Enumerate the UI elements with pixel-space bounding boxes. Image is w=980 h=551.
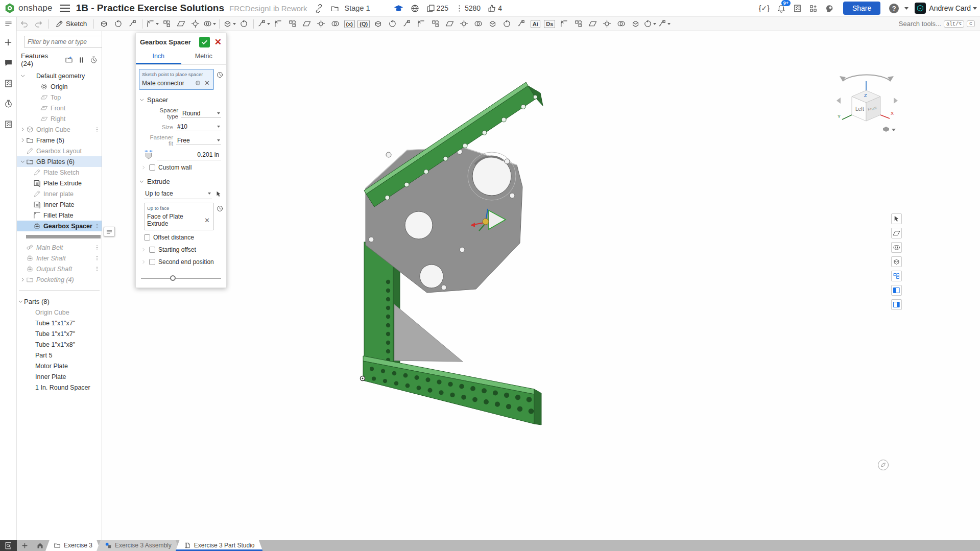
history-icon[interactable] bbox=[2, 98, 14, 110]
draft-icon[interactable] bbox=[188, 18, 202, 30]
linear-pattern-icon[interactable] bbox=[257, 18, 270, 30]
trim-icon[interactable] bbox=[629, 18, 642, 30]
face-history-clock-icon[interactable] bbox=[216, 205, 224, 212]
design-standard-icon[interactable]: Ds bbox=[543, 18, 556, 30]
view-cube-menu-icon[interactable] bbox=[883, 127, 896, 132]
ai-advisor-icon[interactable]: Ai bbox=[529, 18, 542, 30]
custom-wall-checkbox[interactable] bbox=[149, 164, 155, 171]
sketch-point-selection-field[interactable]: Sketch point to place spacer Mate connec… bbox=[139, 69, 214, 90]
share-button[interactable]: Share bbox=[843, 2, 880, 15]
location-folder-icon[interactable] bbox=[330, 4, 339, 13]
sheet-metal-model-icon[interactable] bbox=[486, 18, 499, 30]
tube-cut-icon[interactable] bbox=[586, 18, 599, 30]
feature-origin-cube[interactable]: Origin Cube bbox=[17, 124, 102, 135]
app-store-icon[interactable] bbox=[809, 4, 818, 13]
loft-icon[interactable] bbox=[146, 18, 159, 30]
public-globe-icon[interactable] bbox=[411, 4, 419, 13]
notifications-bell-icon[interactable]: 9+ bbox=[777, 4, 786, 13]
bridging-curve-icon[interactable] bbox=[443, 18, 456, 30]
insert-new-icon[interactable] bbox=[2, 36, 14, 49]
part-5[interactable]: Part 5 bbox=[17, 350, 102, 361]
help-caret-icon[interactable] bbox=[904, 7, 909, 10]
fillet-icon[interactable] bbox=[160, 18, 173, 30]
gusset-icon[interactable] bbox=[571, 18, 585, 30]
confirm-button[interactable] bbox=[199, 37, 210, 47]
feature-main-belt[interactable]: Main Belt bbox=[17, 242, 102, 253]
part-motor-plate[interactable]: Motor Plate bbox=[17, 361, 102, 371]
feature-gearbox-layout[interactable]: Gearbox Layout bbox=[17, 146, 102, 156]
revolve-icon[interactable] bbox=[111, 18, 125, 30]
parts-header-row[interactable]: Parts (8) bbox=[17, 296, 102, 307]
split-left-panel-icon[interactable] bbox=[891, 285, 902, 296]
offset-distance-checkbox[interactable] bbox=[144, 234, 150, 241]
part-1in-round-spacer[interactable]: 1 In. Round Spacer bbox=[17, 382, 102, 393]
hole-icon[interactable] bbox=[223, 18, 236, 30]
feature-folder-frame[interactable]: Frame (5) bbox=[17, 135, 102, 146]
feature-origin[interactable]: Origin bbox=[17, 81, 102, 92]
split-right-panel-icon[interactable] bbox=[891, 299, 902, 310]
weldment-icon[interactable] bbox=[600, 18, 613, 30]
part-tube-1x1x7[interactable]: Tube 1"x1"x7" bbox=[17, 318, 102, 328]
thread-icon[interactable] bbox=[237, 18, 250, 30]
sketch-button[interactable]: Sketch bbox=[51, 20, 91, 28]
notes-icon[interactable] bbox=[2, 77, 14, 89]
size-dropdown[interactable]: #10 bbox=[176, 123, 221, 131]
boolean-icon[interactable] bbox=[300, 18, 313, 30]
helix-icon[interactable] bbox=[386, 18, 399, 30]
feature-list-panel-icon[interactable] bbox=[0, 17, 17, 31]
search-tools[interactable]: Search tools... alt/⌥ c bbox=[899, 20, 980, 28]
tab-feature-icon[interactable] bbox=[514, 18, 528, 30]
wall-thickness-field[interactable]: 0.201 in bbox=[157, 150, 221, 160]
frame-icon[interactable] bbox=[557, 18, 570, 30]
user-menu-caret-icon[interactable] bbox=[973, 7, 977, 10]
flange-icon[interactable] bbox=[500, 18, 513, 30]
suppress-pause-icon[interactable] bbox=[78, 57, 85, 63]
projected-curve-icon[interactable] bbox=[428, 18, 442, 30]
sketch-origin-point[interactable] bbox=[361, 376, 365, 381]
display-panel-icon[interactable] bbox=[891, 271, 902, 281]
help-icon[interactable]: ? bbox=[889, 4, 899, 13]
thicken-icon[interactable] bbox=[457, 18, 470, 30]
feature-output-shaft[interactable]: Output Shaft bbox=[17, 263, 102, 274]
search-tabs-icon[interactable] bbox=[0, 540, 17, 551]
spacer-section-header[interactable]: Spacer bbox=[136, 92, 226, 106]
extrude-section-header[interactable]: Extrude bbox=[136, 174, 226, 187]
home-tab-button[interactable] bbox=[32, 540, 47, 551]
new-folder-icon[interactable] bbox=[65, 56, 73, 64]
tab-exercise-3[interactable]: Exercise 3 bbox=[45, 540, 101, 551]
selection-tool-icon[interactable] bbox=[891, 213, 902, 224]
split-icon[interactable] bbox=[314, 18, 327, 30]
lineage-icon[interactable]: 5280 bbox=[456, 4, 481, 12]
clear-selection-icon[interactable]: ✕ bbox=[203, 79, 211, 87]
composite-curve-icon[interactable] bbox=[414, 18, 427, 30]
plane-icon[interactable] bbox=[371, 18, 385, 30]
feature-inter-shaft[interactable]: Inter Shaft bbox=[17, 253, 102, 263]
help-bubble-icon[interactable] bbox=[878, 460, 889, 470]
fastener-fit-dropdown[interactable]: Free bbox=[176, 136, 221, 145]
feature-fillet-plate[interactable]: Fillet Plate bbox=[17, 210, 102, 221]
circular-pattern-icon[interactable] bbox=[271, 18, 284, 30]
follow-checklist-icon[interactable] bbox=[2, 118, 14, 130]
feature-folder-pocketing[interactable]: Pocketing (4) bbox=[17, 274, 102, 285]
view-cube[interactable]: Left Front Z Y X bbox=[833, 68, 901, 134]
rollback-bar[interactable] bbox=[26, 235, 101, 238]
custom-feature-add-icon[interactable] bbox=[643, 18, 656, 30]
featurescript-check-icon[interactable]: {✓} bbox=[759, 4, 770, 12]
transform-icon[interactable] bbox=[328, 18, 342, 30]
measure-icon[interactable]: (Q) bbox=[357, 18, 370, 30]
custom-wall-row[interactable]: Custom wall bbox=[136, 161, 226, 174]
starting-offset-checkbox[interactable] bbox=[149, 247, 155, 253]
model-viewport[interactable]: Left Front Z Y X bbox=[102, 31, 980, 540]
second-end-checkbox[interactable] bbox=[149, 259, 155, 265]
tab-exercise-3-part-studio[interactable]: Exercise 3 Part Studio bbox=[176, 540, 263, 551]
flip-direction-cursor-icon[interactable] bbox=[215, 190, 222, 198]
user-name[interactable]: Andrew Card bbox=[929, 4, 971, 12]
extrude-icon[interactable] bbox=[97, 18, 110, 30]
tab-metric[interactable]: Metric bbox=[181, 50, 227, 64]
second-end-row[interactable]: Second end position bbox=[136, 256, 226, 268]
sweep-icon[interactable] bbox=[126, 18, 139, 30]
slider-knob[interactable] bbox=[170, 275, 176, 281]
part-tube-1x1x8[interactable]: Tube 1"x1"x8" bbox=[17, 339, 102, 350]
feature-plane-top[interactable]: Top bbox=[17, 92, 102, 103]
avatar[interactable] bbox=[915, 3, 926, 14]
